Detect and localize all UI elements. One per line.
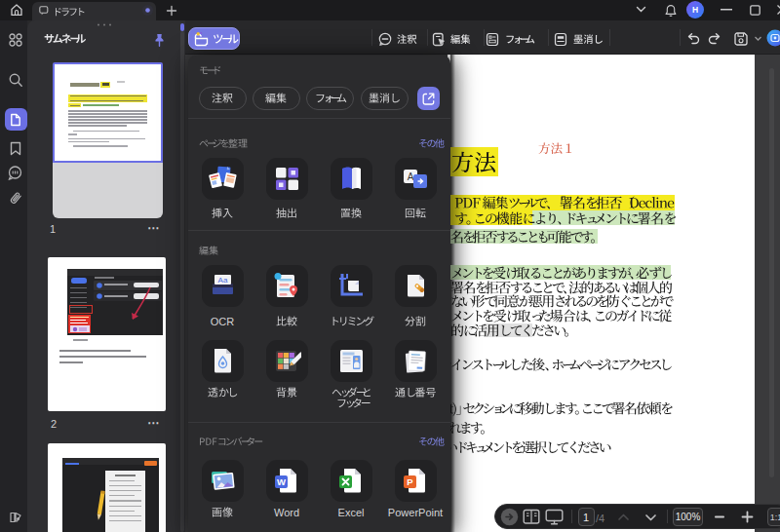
svg-text:P: P [407,476,413,487]
svg-text:Aa: Aa [217,276,227,285]
svg-text:W: W [277,476,286,487]
svg-text:A: A [407,171,413,182]
